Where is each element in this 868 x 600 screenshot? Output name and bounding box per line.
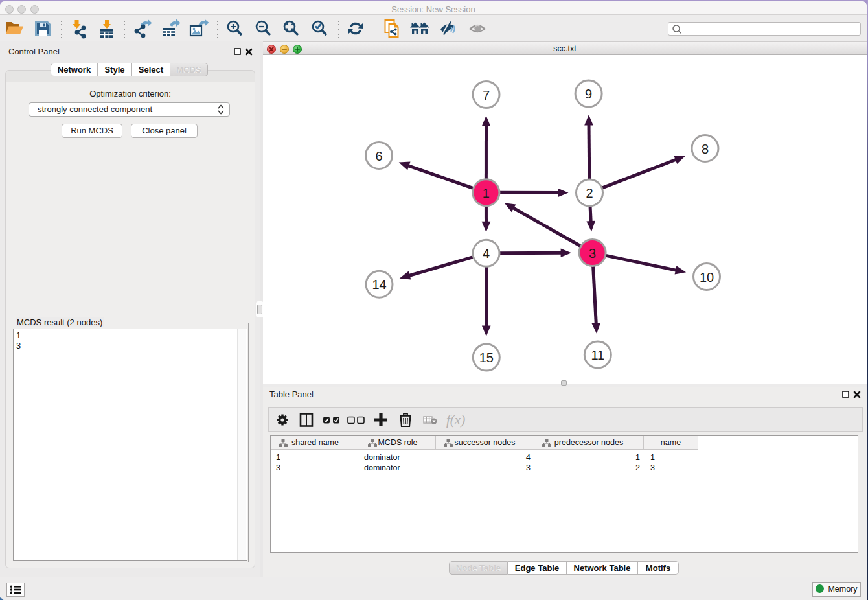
svg-text:14: 14 <box>372 277 386 292</box>
svg-text:7: 7 <box>483 88 490 102</box>
svg-text:15: 15 <box>479 351 494 365</box>
svg-text:f(x): f(x) <box>446 412 465 428</box>
svg-text:10: 10 <box>700 270 714 284</box>
svg-text:4: 4 <box>483 246 490 260</box>
svg-text:6: 6 <box>375 149 382 163</box>
svg-text:11: 11 <box>591 348 604 362</box>
svg-text:3: 3 <box>589 246 596 260</box>
svg-text:1: 1 <box>483 186 490 200</box>
svg-text:9: 9 <box>585 87 592 101</box>
svg-text:2: 2 <box>586 186 593 200</box>
svg-text:8: 8 <box>702 142 709 156</box>
